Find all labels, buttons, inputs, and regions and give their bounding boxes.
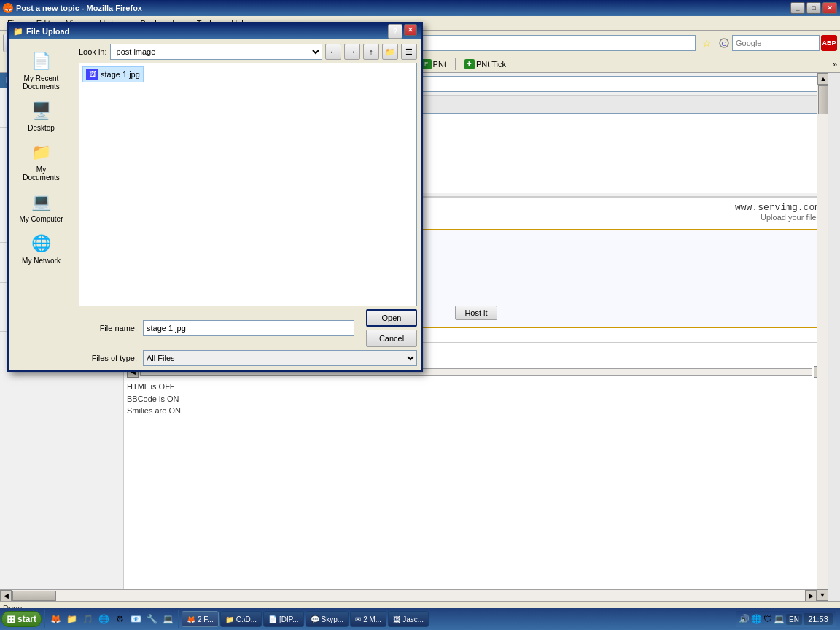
google-icon: G (718, 36, 731, 50)
file-name-label: File name: (79, 324, 137, 332)
systray-network[interactable]: 🌐 (751, 614, 762, 624)
h-scroll-thumb[interactable] (12, 591, 56, 601)
close-button[interactable]: ✕ (822, 2, 837, 14)
task-explorer-label: C:\D... (236, 615, 257, 623)
look-in-select[interactable]: post image (110, 44, 322, 60)
open-button[interactable]: Open (366, 309, 417, 327)
maximize-button[interactable]: □ (806, 2, 821, 14)
minimize-button[interactable]: _ (790, 2, 805, 14)
location-my-docs[interactable]: 📁 My Documents (16, 138, 67, 184)
task-mail-label: 2 M... (363, 615, 381, 623)
adblock-icon: ABP (821, 35, 837, 51)
clock: 21:53 (804, 613, 833, 625)
start-label: start (18, 614, 36, 624)
systray-sound[interactable]: 🔊 (739, 614, 750, 624)
task-jasc-label: Jasc... (402, 615, 424, 623)
dialog-file-area[interactable]: 🖼 stage 1.jpg (79, 63, 417, 306)
windows-logo-icon: ⊞ (7, 613, 15, 625)
my-docs-icon: 📁 (30, 141, 53, 164)
file-name-input[interactable] (143, 320, 354, 336)
file-upload-dialog: 📁 File Upload ? ✕ 📄 My Recent Documents … (7, 22, 423, 372)
search-input[interactable] (732, 35, 820, 51)
my-computer-icon: 💻 (30, 190, 53, 214)
quicklaunch-ie[interactable]: 🌐 (96, 612, 111, 626)
quicklaunch-6[interactable]: 💻 (160, 612, 175, 626)
quicklaunch-4[interactable]: 📧 (128, 612, 143, 626)
location-my-network[interactable]: 🌐 My Network (16, 229, 67, 268)
title-bar-buttons: _ □ ✕ (790, 2, 837, 14)
taskbar-divider-2 (178, 610, 179, 628)
language-indicator[interactable]: EN (786, 614, 802, 625)
my-docs-label: My Documents (19, 166, 64, 182)
dialog-title-left: 📁 File Upload (13, 27, 69, 36)
firefox-icon: 🦊 (3, 3, 13, 13)
task-jasc[interactable]: 🖼 Jasc... (388, 611, 429, 627)
file-item-icon: 🖼 (86, 69, 98, 80)
task-firefox[interactable]: 🦊 2 F... (182, 611, 219, 627)
dialog-sidebar: 📄 My Recent Documents 🖥️ Desktop 📁 My Do… (9, 39, 74, 370)
task-explorer[interactable]: 📁 C:\D... (220, 611, 262, 627)
task-skype[interactable]: 💬 Skyp... (306, 611, 349, 627)
start-button[interactable]: ⊞ start (1, 611, 42, 627)
bm-label-pnttick: PNt Tick (476, 60, 506, 69)
my-computer-label: My Computer (19, 215, 63, 223)
task-dip[interactable]: 📄 [DIP... (263, 611, 304, 627)
pnttick-icon: ✚ (464, 59, 475, 69)
html-status-html: HTML is OFF (127, 381, 825, 393)
file-item-stage1[interactable]: 🖼 stage 1.jpg (82, 66, 144, 82)
task-mail[interactable]: ✉ 2 M... (350, 611, 386, 627)
dialog-new-folder-btn[interactable]: 📁 (382, 44, 398, 60)
location-desktop[interactable]: 🖥️ Desktop (16, 96, 67, 135)
task-mail-icon: ✉ (355, 615, 361, 623)
host-it-button[interactable]: Host it (455, 306, 497, 320)
task-dip-icon: 📄 (268, 615, 277, 623)
files-type-label: Files of type: (79, 354, 137, 362)
quicklaunch-3[interactable]: ⚙ (112, 612, 127, 626)
right-scrollbar: ▲ ▼ (817, 73, 828, 601)
files-type-select[interactable]: All Files (143, 350, 417, 366)
look-in-label: Look in: (79, 47, 107, 56)
task-firefox-icon: 🦊 (187, 615, 195, 623)
quicklaunch-media[interactable]: 🎵 (80, 612, 95, 626)
h-scroll-right[interactable]: ▶ (805, 590, 817, 602)
dialog-close-button[interactable]: ✕ (404, 24, 417, 36)
dialog-bottom: File name: Open Cancel Files of type: Al… (79, 309, 417, 366)
file-item-name: stage 1.jpg (101, 70, 140, 79)
task-dip-label: [DIP... (279, 615, 299, 623)
location-my-computer[interactable]: 💻 My Computer (16, 187, 67, 226)
quicklaunch-folder[interactable]: 📁 (64, 612, 79, 626)
taskbar: ⊞ start 🦊 📁 🎵 🌐 ⚙ 📧 🔧 💻 🦊 2 F... 📁 C:\D.… (0, 608, 840, 630)
location-recent-docs[interactable]: 📄 My Recent Documents (16, 47, 67, 93)
quicklaunch-firefox[interactable]: 🦊 (48, 612, 63, 626)
scroll-up-button[interactable]: ▲ (817, 73, 828, 85)
systray-pc[interactable]: 💻 (774, 614, 785, 624)
bookmark-pnt-tick[interactable]: ✚ PNt Tick (460, 58, 510, 71)
bookmark-star-icon[interactable]: ☆ (699, 35, 715, 51)
svg-text:G: G (721, 40, 726, 47)
dialog-help-button[interactable]: ? (388, 24, 402, 39)
my-network-icon: 🌐 (30, 232, 53, 255)
dialog-title-bar: 📁 File Upload ? ✕ (9, 23, 421, 39)
quicklaunch-5[interactable]: 🔧 (144, 612, 159, 626)
dialog-toolbar-row: Look in: post image ← → ↑ 📁 ☰ (79, 44, 417, 60)
cancel-button[interactable]: Cancel (366, 330, 417, 347)
html-status: HTML is OFF BBCode is ON Smilies are ON (127, 381, 825, 417)
dialog-view-btn[interactable]: ☰ (401, 44, 417, 60)
title-bar: 🦊 Post a new topic - Mozilla Firefox _ □… (0, 0, 840, 16)
task-firefox-label: 2 F... (198, 615, 214, 623)
bookmarks-more[interactable]: » (833, 60, 837, 69)
window-title: Post a new topic - Mozilla Firefox (16, 4, 142, 12)
scroll-thumb[interactable] (818, 85, 828, 114)
html-status-bbcode: BBCode is ON (127, 393, 825, 405)
smilies-area: 😀 😊 😒 ⭐ 😔 💚 😠 😏 😄 ◀ ▶ (124, 343, 828, 601)
files-type-row: Files of type: All Files (79, 350, 417, 366)
dialog-forward-btn[interactable]: → (344, 44, 360, 60)
h-scroll-left[interactable]: ◀ (0, 590, 12, 602)
dialog-up-btn[interactable]: ↑ (363, 44, 379, 60)
dialog-back-btn[interactable]: ← (325, 44, 341, 60)
systray-shield[interactable]: 🛡 (763, 614, 772, 624)
taskbar-divider (44, 610, 45, 628)
search-container: G ABP (718, 35, 837, 51)
scroll-down-button[interactable]: ▼ (817, 589, 828, 601)
taskbar-tasks: 🦊 2 F... 📁 C:\D... 📄 [DIP... 💬 Skyp... ✉… (182, 611, 731, 627)
